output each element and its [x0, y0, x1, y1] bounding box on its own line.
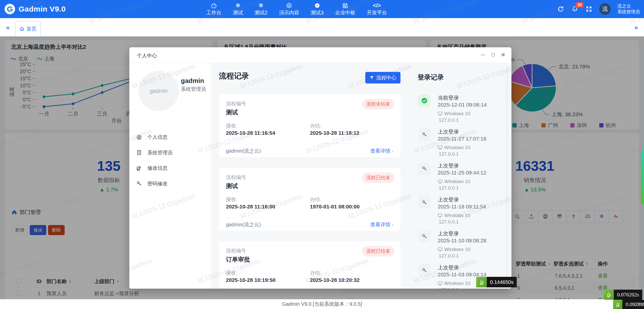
- modal-profile-panel: gadmin gadmin 系统管理员 个人信息系统管理员修改信息密码修改: [129, 63, 212, 289]
- leaf-icon: [604, 290, 614, 300]
- key-icon: [418, 162, 431, 175]
- maximize-icon[interactable]: ◻: [490, 52, 496, 57]
- leaf-icon: [613, 300, 622, 309]
- modal-title: 个人中心: [137, 52, 157, 59]
- snowflake-icon: ❄: [259, 2, 264, 9]
- user-avatar[interactable]: 流: [599, 3, 611, 15]
- user-icon: [136, 135, 142, 140]
- process-title: 测试: [226, 108, 238, 116]
- user-role: 系统管理员: [617, 9, 640, 15]
- login-title: 上次登录: [438, 162, 459, 169]
- nav-item-4[interactable]: 测试3: [311, 2, 324, 16]
- done-time: 2025-10-28 11:18:12: [310, 130, 359, 136]
- view-detail-link[interactable]: 查看详情 ›: [370, 148, 393, 154]
- logo[interactable]: G Gadmin V9.0: [5, 4, 88, 14]
- close-icon[interactable]: ⊗: [500, 52, 506, 57]
- timing-value: 0.144650s: [487, 277, 517, 287]
- login-heading: 登录记录: [418, 73, 444, 82]
- nav-item-label: 测试: [233, 9, 243, 16]
- check-circle-icon: [418, 94, 431, 107]
- profile-role: 系统管理员: [181, 86, 209, 93]
- login-time: 2025-11-25 09:44:12: [438, 170, 486, 176]
- menu-personal-info[interactable]: 个人信息: [136, 134, 168, 141]
- filter-icon: [370, 75, 374, 80]
- notification-badge: 39: [576, 2, 584, 8]
- process-no-label: 流程编号: [226, 247, 246, 254]
- key-icon: [418, 230, 431, 243]
- timing-value: 0.092895s: [622, 300, 644, 309]
- process-owner: gadmin(流之云): [226, 221, 261, 228]
- login-os: Windows 10: [438, 111, 470, 116]
- nav-item-5[interactable]: 企业中枢: [335, 2, 355, 16]
- compass-icon: [314, 2, 320, 9]
- process-status-badge: 流程未结束: [362, 99, 394, 109]
- login-time: 2025-11-10 09:08:28: [438, 238, 486, 244]
- process-card: 流程编号流程已结束测试接收:2025-10-28 11:16:00办结:1970…: [219, 168, 400, 231]
- login-title: 上次登录: [438, 128, 459, 135]
- login-title: 上次登录: [438, 230, 459, 237]
- refresh-icon[interactable]: [557, 5, 565, 13]
- done-time: 1970-01-01 08:00:00: [310, 204, 359, 210]
- process-no-label: 流程编号: [226, 174, 246, 181]
- tabs-scroll-right-icon[interactable]: »: [634, 24, 638, 31]
- done-label: 办结:: [310, 122, 321, 129]
- user-name: 流之云: [617, 3, 640, 9]
- profile-name: gadmin: [181, 77, 204, 85]
- recv-label: 接收:: [226, 122, 237, 129]
- leaf-icon: [476, 277, 487, 287]
- menu-label: 个人信息: [147, 134, 168, 141]
- process-center-button[interactable]: 流程中心: [365, 72, 400, 83]
- login-ip: 127.0.0.1: [439, 287, 459, 289]
- process-card: 流程编号流程已结束订单审批接收:2025-10-28 10:19:50办结:20…: [219, 241, 400, 289]
- view-detail-link[interactable]: 查看详情 ›: [370, 221, 393, 228]
- logo-icon: G: [5, 4, 15, 14]
- menu-label: 系统管理员: [147, 149, 173, 156]
- timing-badge-2: 0.092895s: [613, 300, 644, 309]
- recv-time: 2025-10-28 10:19:50: [226, 277, 275, 283]
- tabs-scroll-left-icon[interactable]: «: [6, 24, 10, 31]
- login-entry: 上次登录2025-11-10 09:08:28Windows 10127.0.0…: [418, 230, 509, 262]
- nav-item-3[interactable]: 演示内容: [279, 2, 299, 16]
- recv-time: 2025-10-28 11:16:54: [226, 130, 275, 136]
- nav-item-label: 测试3: [311, 9, 324, 16]
- tab-label: 首页: [26, 26, 36, 32]
- login-entry: 当前登录2025-12-01 09:06:14Windows 10127.0.0…: [418, 94, 509, 126]
- divider: [226, 144, 393, 144]
- menu-system-admin[interactable]: 系统管理员: [136, 149, 173, 156]
- user-block[interactable]: 流之云 系统管理员: [617, 3, 640, 15]
- app-title: Gadmin V9.0: [19, 5, 66, 13]
- nav-item-0[interactable]: 工作台: [206, 2, 221, 16]
- login-entry: 上次登录2025-11-25 09:44:12Windows 10127.0.0…: [418, 162, 509, 194]
- key-icon: [418, 128, 431, 141]
- nav-item-label: 工作台: [206, 9, 221, 16]
- login-ip: 127.0.0.1: [439, 151, 459, 157]
- process-card: 流程编号流程未结束测试接收:2025-10-28 11:16:54办结:2025…: [219, 94, 400, 157]
- dashboard-icon: [211, 2, 217, 9]
- done-time: 2025-10-28 10:20:32: [310, 277, 359, 283]
- notification-bell-icon[interactable]: 39: [571, 5, 579, 13]
- tab-home[interactable]: 首页: [15, 21, 41, 36]
- modal-scrollbar-track[interactable]: [506, 66, 508, 285]
- timing-badge-0: 0.144650s: [476, 277, 517, 287]
- app-root: G Gadmin V9.0 工作台❄测试❄测试2演示内容测试3企业中枢</>开发…: [0, 0, 644, 309]
- minimize-icon[interactable]: —: [480, 52, 486, 57]
- process-title: 订单审批: [226, 255, 250, 263]
- login-os: Windows 10: [438, 247, 470, 252]
- layout-icon: [342, 2, 348, 9]
- timing-value: 0.076202s: [614, 290, 642, 300]
- modal-personal-center: 个人中心 — ◻ ⊗ gadmin gadmin 系统管理员 个人信息系统管理员…: [129, 47, 511, 289]
- navbar-actions: 39 流 流之云 系统管理员: [557, 0, 640, 18]
- page-scrollbar-thumb[interactable]: [641, 150, 643, 204]
- menu-edit-info[interactable]: 修改信息: [136, 165, 168, 171]
- login-os: Windows 10: [438, 145, 470, 150]
- nav-item-2[interactable]: ❄测试2: [255, 2, 267, 16]
- login-ip: 127.0.0.1: [439, 185, 459, 191]
- recv-time: 2025-10-28 11:16:00: [226, 204, 275, 210]
- navbar: G Gadmin V9.0 工作台❄测试❄测试2演示内容测试3企业中枢</>开发…: [0, 0, 644, 18]
- menu-change-password[interactable]: 密码修改: [136, 180, 168, 187]
- nav-item-6[interactable]: </>开发平台: [367, 2, 387, 16]
- login-os: Windows 10: [438, 213, 470, 218]
- fullscreen-icon[interactable]: [585, 5, 593, 13]
- process-title: 测试: [226, 182, 238, 190]
- nav-item-1[interactable]: ❄测试: [233, 2, 243, 16]
